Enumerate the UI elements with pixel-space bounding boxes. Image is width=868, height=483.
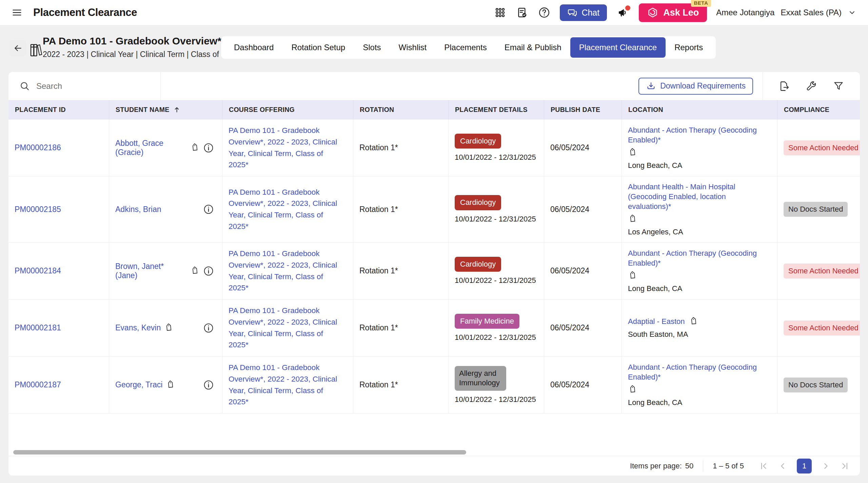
location-link[interactable]: Adaptial - Easton	[628, 316, 685, 326]
column-header-student-name[interactable]: STUDENT NAME	[109, 100, 222, 119]
announcements-button[interactable]	[616, 6, 630, 19]
placement-id-link[interactable]: PM00002185	[15, 205, 61, 214]
notification-dot	[625, 5, 630, 11]
tag-icon[interactable]	[628, 148, 637, 157]
chat-button[interactable]: Chat	[560, 4, 607, 21]
column-header-compliance[interactable]: COMPLIANCE	[777, 100, 860, 119]
scrollbar-thumb[interactable]	[13, 450, 466, 455]
download-requirements-label: Download Requirements	[660, 81, 746, 91]
table-toolbar: Download Requirements	[8, 72, 860, 100]
tag-icon[interactable]	[190, 143, 200, 153]
column-header-rotation[interactable]: ROTATION	[353, 100, 449, 119]
location-link[interactable]: Abundant - Action Therapy (Geocoding Ena…	[628, 248, 768, 268]
compliance-badge: No Docs Started	[784, 378, 848, 392]
wrench-icon[interactable]	[805, 80, 818, 93]
student-name-link[interactable]: George, Traci	[115, 380, 162, 389]
ask-leo-button[interactable]: Ask Leo BETA	[639, 3, 707, 22]
first-page-button[interactable]	[756, 459, 771, 474]
table-row: PM00002185 Adkins, Brian PA Demo 101 - G…	[8, 176, 860, 243]
student-name-cell: Adkins, Brian	[109, 176, 222, 242]
tab-email-publish[interactable]: Email & Publish	[496, 43, 570, 52]
tab-placement-clearance[interactable]: Placement Clearance	[570, 37, 666, 58]
search-icon	[19, 81, 30, 92]
info-icon[interactable]	[203, 142, 214, 153]
location-link[interactable]: Abundant Health - Main Hospital (Geocodi…	[628, 182, 768, 211]
apps-grid-icon[interactable]	[494, 6, 507, 19]
tag-icon[interactable]	[164, 323, 174, 333]
back-arrow-icon	[13, 43, 23, 53]
table-header-row: PLACEMENT ID STUDENT NAME COURSE OFFERIN…	[8, 100, 860, 119]
placement-details-cell: Family Medicine 10/01/2022 - 12/31/2025	[449, 300, 544, 356]
info-icon[interactable]	[203, 204, 214, 215]
location-cell: Abundant - Action Therapy (Geocoding Ena…	[622, 243, 777, 299]
placement-details-cell: Cardiology 10/01/2022 - 12/31/2025	[449, 243, 544, 299]
column-header-location[interactable]: LOCATION	[622, 100, 777, 119]
search-input[interactable]	[36, 81, 138, 91]
date-range: 10/01/2022 - 12/31/2025	[455, 153, 536, 162]
tab-dashboard[interactable]: Dashboard	[225, 43, 282, 52]
info-icon[interactable]	[203, 266, 214, 276]
tag-icon[interactable]	[628, 385, 637, 394]
course-offering-cell: PA Demo 101 - Gradebook Overview*, 2022 …	[222, 119, 353, 176]
tab-reports[interactable]: Reports	[666, 43, 712, 52]
student-name-link[interactable]: Abbott, Grace (Gracie)	[115, 139, 187, 157]
next-page-button[interactable]	[818, 459, 833, 474]
help-icon[interactable]	[538, 6, 551, 19]
back-button[interactable]	[9, 40, 26, 57]
student-name-cell: George, Traci	[109, 356, 222, 413]
search-zone	[8, 72, 160, 100]
student-name-link[interactable]: Brown, Janet* (Jane)	[115, 262, 187, 280]
compliance-cell: No Docs Started	[777, 356, 860, 413]
hamburger-menu-icon[interactable]	[12, 7, 23, 18]
info-icon[interactable]	[203, 323, 214, 333]
previous-page-button[interactable]	[775, 459, 790, 474]
tag-icon[interactable]	[190, 266, 200, 276]
tag-icon[interactable]	[628, 214, 637, 224]
specialty-badge: Family Medicine	[455, 314, 519, 329]
tab-slots[interactable]: Slots	[354, 43, 390, 52]
tab-rotation-setup[interactable]: Rotation Setup	[282, 43, 354, 52]
items-per-page-value[interactable]: 50	[685, 462, 693, 470]
info-icon[interactable]	[203, 380, 214, 390]
tab-placements[interactable]: Placements	[435, 43, 495, 52]
course-offering-cell: PA Demo 101 - Gradebook Overview*, 2022 …	[222, 176, 353, 242]
column-header-publish-date[interactable]: PUBLISH DATE	[544, 100, 622, 119]
course-offering-link[interactable]: PA Demo 101 - Gradebook Overview*, 2022 …	[229, 248, 341, 294]
table-row: PM00002186 Abbott, Grace (Gracie) PA Dem…	[8, 119, 860, 176]
student-name-link[interactable]: Adkins, Brian	[115, 205, 161, 214]
rotation-cell: Rotation 1*	[353, 176, 449, 242]
tag-icon[interactable]	[628, 271, 637, 281]
user-menu[interactable]: Amee Jotangiya Exxat Sales (PA)	[716, 8, 856, 17]
course-offering-link[interactable]: PA Demo 101 - Gradebook Overview*, 2022 …	[229, 362, 341, 408]
student-name-cell: Evans, Kevin	[109, 300, 222, 356]
location-link[interactable]: Abundant - Action Therapy (Geocoding Ena…	[628, 362, 768, 382]
location-link[interactable]: Abundant - Action Therapy (Geocoding Ena…	[628, 125, 768, 145]
date-range: 10/01/2022 - 12/31/2025	[455, 333, 536, 342]
tab-wishlist[interactable]: Wishlist	[390, 43, 436, 52]
placement-id-link[interactable]: PM00002187	[15, 380, 61, 389]
column-header-placement-details[interactable]: PLACEMENT DETAILS	[449, 100, 544, 119]
export-icon[interactable]	[778, 80, 791, 93]
column-header-placement-id[interactable]: PLACEMENT ID	[8, 100, 109, 119]
course-offering-link[interactable]: PA Demo 101 - Gradebook Overview*, 2022 …	[229, 125, 341, 171]
page-1-button[interactable]: 1	[797, 459, 812, 474]
tasks-check-icon[interactable]	[516, 6, 529, 19]
column-header-course-offering[interactable]: COURSE OFFERING	[222, 100, 353, 119]
compliance-badge: Some Action Needed	[784, 264, 860, 278]
tag-icon[interactable]	[689, 317, 698, 326]
student-name-link[interactable]: Evans, Kevin	[115, 323, 161, 332]
placement-id-link[interactable]: PM00002184	[15, 266, 61, 275]
chat-label: Chat	[581, 8, 599, 18]
tag-icon[interactable]	[166, 380, 175, 390]
pagination-bar: Items per page: 50 1 – 5 of 5 1	[8, 456, 860, 476]
download-requirements-button[interactable]: Download Requirements	[638, 78, 753, 95]
course-offering-link[interactable]: PA Demo 101 - Gradebook Overview*, 2022 …	[229, 187, 341, 232]
placement-id-link[interactable]: PM00002186	[15, 143, 61, 152]
chevron-down-icon[interactable]	[848, 8, 856, 17]
user-name: Amee Jotangiya	[716, 8, 774, 17]
last-page-button[interactable]	[837, 459, 852, 474]
filter-icon[interactable]	[832, 80, 845, 93]
course-offering-link[interactable]: PA Demo 101 - Gradebook Overview*, 2022 …	[229, 305, 341, 351]
items-per-page-control[interactable]: Items per page: 50	[630, 462, 693, 470]
placement-id-link[interactable]: PM00002181	[15, 323, 61, 332]
